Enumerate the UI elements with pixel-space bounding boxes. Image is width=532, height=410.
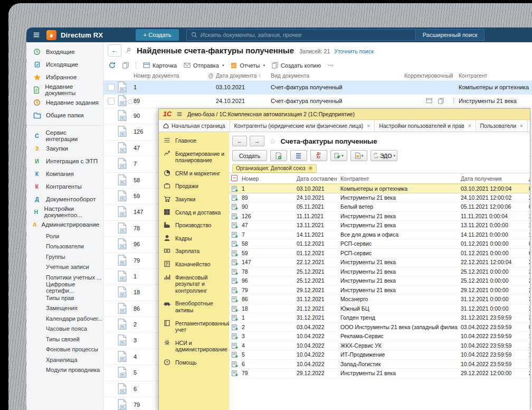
onec-menu-icon[interactable]: [176, 111, 183, 117]
sidebar-subitem[interactable]: Роли: [26, 231, 103, 241]
onec-menu-item[interactable]: Производство: [159, 219, 229, 232]
sidebar-item-outbox[interactable]: Исходящие: [26, 58, 103, 71]
sidebar-item-administration[interactable]: ААдминистрирование: [26, 218, 103, 231]
create-button[interactable]: + Создать: [136, 29, 179, 41]
onec-column-header[interactable]: Дата составления↓: [293, 173, 337, 183]
sidebar-subitem[interactable]: Календари рабочег...: [26, 313, 103, 324]
column-header[interactable]: Вид документа: [271, 72, 309, 79]
sidebar-item-docflow[interactable]: ДДокументооборот: [26, 193, 103, 206]
dtkt-button[interactable]: ДтКт: [310, 150, 327, 161]
column-header[interactable]: Контрагент: [459, 72, 487, 79]
row-checkbox[interactable]: [108, 98, 115, 105]
column-header[interactable]: Номер документа: [134, 72, 179, 79]
refine-search-link[interactable]: Уточнить поиск: [334, 48, 374, 54]
onec-table-row[interactable]: 8631.12.2021Мосэнерго31.12.2021 0:00:003: [229, 295, 530, 304]
onec-table-row[interactable]: 131.12.2021Голден тренд31.12.2021 23:59:…: [229, 313, 530, 323]
onec-table-row[interactable]: 12611.11.2021Инструменты 21 века11.11.20…: [229, 212, 530, 221]
attachment-column-icon[interactable]: @: [208, 72, 214, 79]
onec-table-row[interactable]: 203.04.2022ООО Инструменты 21 века (запа…: [229, 323, 530, 332]
onec-table-row[interactable]: 4713.11.2021Инструменты 21 века13.11.202…: [229, 221, 530, 230]
onec-menu-item[interactable]: Регламентированный учет: [159, 317, 229, 337]
advanced-search-button[interactable]: Расширенный поиск: [416, 29, 485, 41]
create-based-on-button[interactable]: [270, 150, 287, 161]
onec-tab-2[interactable]: Настройки пользователей и прав×: [375, 120, 476, 132]
onec-table-row[interactable]: 7825.12.2021Инструменты 21 века25.12.202…: [229, 267, 530, 277]
onec-back-button[interactable]: ←: [232, 136, 247, 146]
sidebar-item-recent-tasks[interactable]: Недавние задания: [26, 96, 103, 109]
close-icon[interactable]: ×: [468, 123, 471, 129]
column-header[interactable]: Корректировочный: [404, 72, 453, 79]
onec-menu-item[interactable]: НСИ и администрирование: [159, 337, 229, 356]
hamburger-icon[interactable]: [33, 31, 40, 39]
collapse-groups-icon[interactable]: –: [231, 175, 238, 181]
sidebar-item-integration-service[interactable]: ССервис интеграции: [26, 129, 103, 142]
send-button[interactable]: Отправка▾: [184, 62, 224, 69]
onec-menu-item[interactable]: Бюджетирование и планирование: [159, 147, 229, 167]
close-icon[interactable]: ×: [520, 123, 523, 129]
onec-table-row[interactable]: 7929.12.2021Инструменты 21 века29.12.202…: [229, 286, 530, 295]
sidebar-subitem[interactable]: Типы прав: [26, 293, 103, 303]
sidebar-subitem[interactable]: Учетные записи: [26, 262, 103, 273]
sidebar-item-counterparties[interactable]: ККонтрагенты: [26, 180, 103, 193]
sidebar-item-recent-documents[interactable]: Недавние документы: [26, 83, 103, 96]
onec-table-row[interactable]: 310.04.2022Реклама-Сервис10.04.2022 23:5…: [229, 332, 530, 341]
sidebar-subitem[interactable]: Пользователи: [26, 241, 103, 252]
sidebar-subitem[interactable]: Модули проводника: [26, 365, 103, 376]
sidebar-item-company[interactable]: ККомпания: [26, 167, 103, 180]
print-report-button[interactable]: ▾: [350, 150, 367, 161]
list-settings-button[interactable]: [290, 150, 307, 161]
onec-column-header[interactable]: –Номер: [229, 173, 293, 183]
pin-icon[interactable]: [126, 48, 131, 53]
card-button[interactable]: Карточка: [143, 62, 177, 69]
sidebar-subitem[interactable]: Группы: [26, 251, 103, 262]
onec-table-row[interactable]: 14722.12.2021Инструменты 21 века22.12.20…: [229, 258, 530, 267]
onec-table-row[interactable]: 610.04.2022Запад-Логистик10.04.2022 23:5…: [229, 360, 530, 369]
sidebar-item-docflow-settings[interactable]: ННастройки документоо...: [26, 206, 103, 218]
edo-button[interactable]: ЭДО▾: [370, 150, 397, 161]
onec-column-header[interactable]: Дата получения: [458, 173, 526, 183]
onec-menu-item[interactable]: Закупки: [159, 193, 229, 206]
onec-table-row[interactable]: 5801.12.2021РСП-сервис01.12.2021 0:00:00…: [229, 239, 530, 249]
sidebar-subitem[interactable]: Хранилища: [26, 355, 103, 365]
row-more-icon[interactable]: ⋮: [451, 97, 457, 104]
table-row[interactable]: 103.10.2021Счет-фактура полученныйКомпью…: [103, 81, 532, 95]
post-document-button[interactable]: ▾: [330, 150, 347, 161]
onec-tab-0[interactable]: Начальная страница: [159, 120, 230, 132]
row-radio[interactable]: [128, 99, 132, 104]
table-row[interactable]: 8924.10.2021Счет-фактура полученныйИнстр…: [103, 95, 532, 108]
sidebar-subitem[interactable]: Замещения: [26, 303, 103, 314]
onec-menu-item[interactable]: Зарплата: [159, 245, 229, 258]
onec-column-header[interactable]: Контрагент: [337, 173, 458, 183]
onec-menu-item[interactable]: Внеоборотные активы: [159, 297, 229, 316]
onec-table-row[interactable]: 8924.10.2021Инструменты 21 века24.10.202…: [229, 193, 530, 203]
onec-menu-item[interactable]: Кадры: [159, 232, 229, 245]
row-copy-icon[interactable]: [438, 98, 444, 104]
onec-table-row[interactable]: 9005.11.2021Белый ветер05.11.2021 12:00:…: [229, 202, 530, 212]
refresh-button[interactable]: [109, 62, 116, 69]
sidebar-subitem[interactable]: Типы связей: [26, 334, 103, 344]
back-button[interactable]: ←: [108, 44, 121, 57]
onec-create-button[interactable]: Создать: [232, 150, 267, 161]
onec-tab-1[interactable]: Контрагенты (юридические или физические …: [230, 120, 375, 132]
column-header[interactable]: Дата документа ↑: [216, 72, 261, 79]
onec-tab-3[interactable]: Пользователи×: [476, 120, 528, 132]
onec-menu-item[interactable]: Продажи: [159, 180, 229, 193]
onec-menu-item[interactable]: Главное: [159, 134, 229, 147]
onec-table-row[interactable]: 1831.12.2021Южный БЦ31.12.2021 0:00:003: [229, 304, 530, 314]
sidebar-item-favorites[interactable]: Избранное: [26, 71, 103, 83]
reports-button[interactable]: Отчеты▾: [231, 62, 265, 69]
onec-column-header[interactable]: Д: [526, 173, 530, 183]
onec-menu-item[interactable]: ?Помощь: [159, 356, 229, 369]
onec-table-row[interactable]: 9625.12.2021Инструменты 21 века25.12.202…: [229, 276, 530, 286]
remove-filter-icon[interactable]: ✕: [308, 166, 313, 171]
onec-menu-item[interactable]: Финансовый результат и контроллинг: [159, 271, 229, 297]
close-icon[interactable]: ×: [367, 123, 370, 129]
copy-to-clipboard-button[interactable]: [122, 62, 129, 69]
sidebar-item-inbox[interactable]: Входящие: [26, 45, 103, 58]
sidebar-subitem[interactable]: Фоновые процессы: [26, 344, 103, 355]
onec-menu-item[interactable]: Казначейство: [159, 258, 229, 271]
onec-menu-item[interactable]: CRM и маркетинг: [159, 167, 229, 180]
row-checkbox[interactable]: [108, 84, 115, 91]
row-card-icon[interactable]: [426, 98, 432, 104]
star-icon[interactable]: ☆: [269, 137, 276, 145]
